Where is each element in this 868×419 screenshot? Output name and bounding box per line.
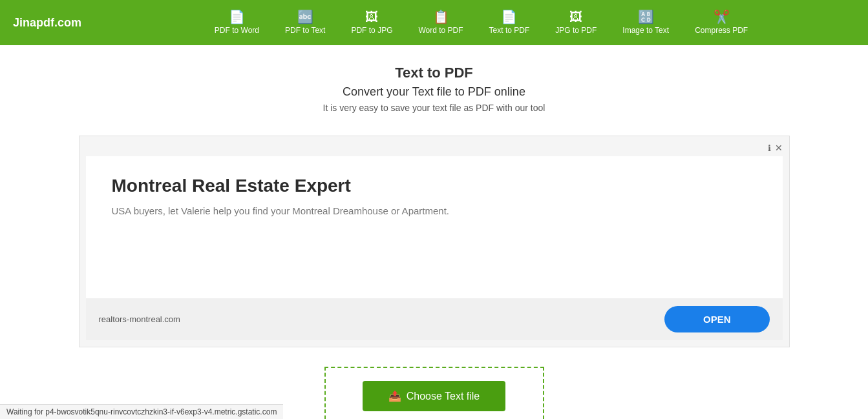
jpg-to-pdf-icon: 🖼	[569, 10, 582, 23]
ad-heading: Montreal Real Estate Expert	[112, 176, 757, 196]
ad-inner: Montreal Real Estate Expert USA buyers, …	[86, 156, 783, 298]
upload-icon: 📤	[388, 390, 401, 402]
navbar: Jinapdf.com 📄 PDF to Word 🔤 PDF to Text …	[0, 0, 868, 45]
nav-item-word-to-pdf[interactable]: 📋 Word to PDF	[405, 5, 476, 40]
choose-text-file-button[interactable]: 📤 Choose Text file	[363, 381, 506, 411]
ad-close-icon[interactable]: ✕	[775, 143, 783, 153]
pdf-to-jpg-label: PDF to JPG	[351, 26, 392, 35]
ad-footer: realtors-montreal.com OPEN	[86, 298, 783, 340]
hero-subtitle: Convert your Text file to PDF online	[13, 85, 855, 99]
image-to-text-icon: 🔠	[638, 10, 654, 23]
hero-description: It is very easy to save your text file a…	[13, 103, 855, 113]
ad-banner: ℹ ✕ Montreal Real Estate Expert USA buye…	[79, 136, 790, 347]
nav-item-pdf-to-jpg[interactable]: 🖼 PDF to JPG	[338, 5, 405, 40]
upload-dropzone[interactable]: 📤 Choose Text file	[324, 367, 544, 419]
ad-info-icon[interactable]: ℹ	[768, 143, 771, 153]
hero-section: Text to PDF Convert your Text file to PD…	[0, 45, 868, 123]
compress-pdf-icon: ✂️	[714, 10, 730, 23]
ad-url: realtors-montreal.com	[99, 314, 180, 324]
word-to-pdf-icon: 📋	[433, 10, 449, 23]
nav-item-pdf-to-text[interactable]: 🔤 PDF to Text	[272, 5, 338, 40]
pdf-to-word-icon: 📄	[229, 10, 245, 23]
text-to-pdf-icon: 📄	[501, 10, 517, 23]
word-to-pdf-label: Word to PDF	[418, 26, 463, 35]
pdf-to-word-label: PDF to Word	[215, 26, 259, 35]
jpg-to-pdf-label: JPG to PDF	[555, 26, 597, 35]
ad-open-button[interactable]: OPEN	[664, 306, 770, 332]
image-to-text-label: Image to Text	[622, 26, 669, 35]
nav-item-image-to-text[interactable]: 🔠 Image to Text	[609, 5, 682, 40]
nav-item-pdf-to-word[interactable]: 📄 PDF to Word	[202, 5, 272, 40]
pdf-to-text-icon: 🔤	[297, 10, 313, 23]
pdf-to-text-label: PDF to Text	[285, 26, 325, 35]
choose-text-file-label: Choose Text file	[407, 391, 480, 402]
compress-pdf-label: Compress PDF	[695, 26, 748, 35]
page-title: Text to PDF	[13, 65, 855, 81]
status-bar: Waiting for p4-bwosvotik5qnu-rinvcovtczh…	[0, 404, 283, 419]
pdf-to-jpg-icon: 🖼	[365, 10, 378, 23]
nav-item-jpg-to-pdf[interactable]: 🖼 JPG to PDF	[542, 5, 609, 40]
nav-items: 📄 PDF to Word 🔤 PDF to Text 🖼 PDF to JPG…	[107, 5, 855, 40]
nav-item-text-to-pdf[interactable]: 📄 Text to PDF	[476, 5, 543, 40]
text-to-pdf-label: Text to PDF	[489, 26, 530, 35]
nav-item-compress-pdf[interactable]: ✂️ Compress PDF	[682, 5, 761, 40]
site-logo[interactable]: Jinapdf.com	[13, 16, 81, 30]
ad-close-bar: ℹ ✕	[86, 143, 783, 153]
ad-body: USA buyers, let Valerie help you find yo…	[112, 205, 757, 216]
